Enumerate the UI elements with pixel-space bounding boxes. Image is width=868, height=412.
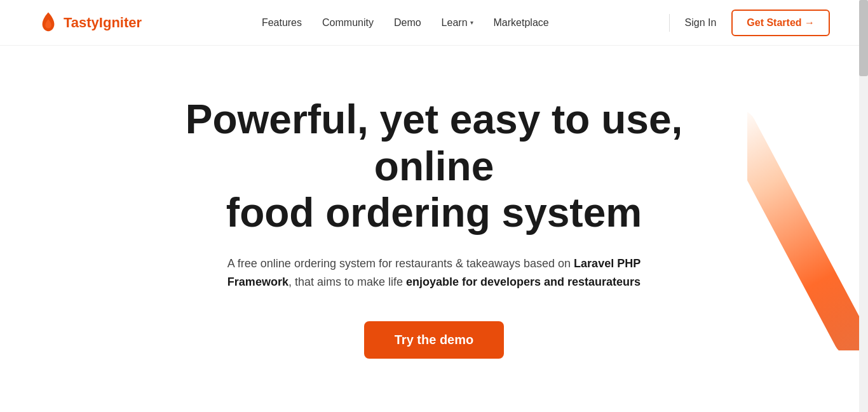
nav-marketplace[interactable]: Marketplace xyxy=(494,17,549,29)
header-divider xyxy=(669,14,670,32)
main-nav: Features Community Demo Learn ▾ Marketpl… xyxy=(262,17,549,29)
hero-section: Powerful, yet easy to use, online food o… xyxy=(0,46,868,397)
logo-flame-icon xyxy=(38,11,58,34)
hero-title: Powerful, yet easy to use, online food o… xyxy=(148,96,720,237)
nav-demo[interactable]: Demo xyxy=(394,17,421,29)
logo-text: TastyIgniter xyxy=(64,15,142,31)
header: TastyIgniter Features Community Demo Lea… xyxy=(0,0,868,46)
learn-chevron-icon: ▾ xyxy=(470,19,473,26)
nav-community[interactable]: Community xyxy=(322,17,374,29)
svg-rect-0 xyxy=(747,104,868,350)
try-demo-button[interactable]: Try the demo xyxy=(364,321,504,359)
signin-link[interactable]: Sign In xyxy=(685,17,717,29)
hero-decoration-icon xyxy=(747,84,868,350)
nav-features[interactable]: Features xyxy=(262,17,302,29)
nav-learn[interactable]: Learn ▾ xyxy=(442,17,473,29)
logo-link[interactable]: TastyIgniter xyxy=(38,11,142,34)
scrollbar-thumb[interactable] xyxy=(859,0,868,76)
hero-subtitle: A free online ordering system for restau… xyxy=(218,255,650,291)
get-started-button[interactable]: Get Started → xyxy=(731,10,830,36)
scrollbar[interactable] xyxy=(859,0,868,412)
header-right: Sign In Get Started → xyxy=(669,10,831,36)
